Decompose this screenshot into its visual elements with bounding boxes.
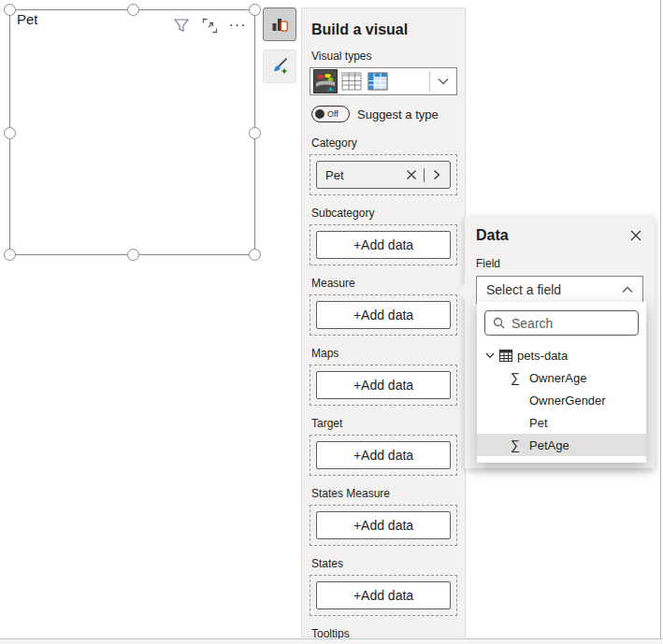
canvas-bottom-strip	[0, 639, 663, 644]
build-pane-title: Build a visual	[311, 21, 457, 38]
well-maps: +Add data	[310, 365, 457, 406]
well-subcategory: +Add data	[310, 224, 457, 265]
visual-type-shape-map[interactable]	[313, 69, 338, 93]
filter-icon[interactable]	[172, 16, 191, 35]
field-pill-label: Pet	[325, 168, 404, 182]
well-measure: +Add data	[310, 294, 457, 336]
build-a-visual-pane: Build a visual Visual types	[301, 7, 466, 637]
well-label-states-measure: States Measure	[311, 487, 457, 500]
select-a-field-combobox[interactable]: Select a field	[476, 276, 643, 304]
well-states: +Add data	[310, 575, 457, 616]
pill-divider	[424, 168, 425, 182]
table-icon	[341, 71, 362, 92]
resize-handle-bottom-right[interactable]	[249, 249, 261, 261]
visual-type-table[interactable]	[339, 69, 364, 93]
pane-right-border	[660, 0, 661, 644]
report-visual[interactable]: Pet ···	[9, 9, 255, 255]
bar-chart-bucket-icon	[270, 15, 289, 34]
resize-handle-bottom-left[interactable]	[4, 249, 16, 261]
tree-field-name: OwnerGender	[529, 394, 606, 408]
well-label-states: States	[311, 557, 457, 570]
remove-field-icon[interactable]	[404, 167, 419, 182]
resize-handle-middle-right[interactable]	[249, 127, 261, 139]
tree-field-name: OwnerAge	[529, 371, 586, 385]
add-data-button-target[interactable]: +Add data	[316, 441, 451, 469]
field-label: Field	[476, 257, 643, 270]
build-visual-pane-button[interactable]	[263, 7, 296, 41]
tree-item-pet[interactable]: Pet	[477, 411, 646, 434]
field-tree: pets-data ∑ OwnerAge OwnerGender Pet ∑ P…	[477, 344, 646, 456]
search-icon	[493, 317, 505, 329]
visual-type-matrix[interactable]	[366, 69, 390, 93]
resize-handle-top-middle[interactable]	[127, 4, 139, 16]
more-options-icon[interactable]: ···	[228, 16, 247, 35]
add-data-button-measure[interactable]: +Add data	[316, 301, 451, 329]
format-visual-pane-button[interactable]	[263, 50, 296, 83]
field-expand-chevron-icon[interactable]	[429, 167, 444, 182]
suggest-a-type-row: Off Suggest a type	[311, 106, 457, 122]
well-label-measure: Measure	[311, 277, 457, 290]
focus-mode-icon[interactable]	[200, 16, 219, 35]
field-picker-flyout: pets-data ∑ OwnerAge OwnerGender Pet ∑ P…	[477, 302, 646, 463]
paint-brush-icon	[270, 57, 289, 76]
chevron-down-icon	[485, 352, 495, 359]
tree-item-table[interactable]: pets-data	[477, 344, 646, 366]
search-input[interactable]	[512, 316, 614, 331]
well-category: Pet	[310, 154, 457, 195]
visual-action-bar: ···	[172, 16, 247, 35]
tree-item-ownerage[interactable]: ∑ OwnerAge	[477, 366, 646, 389]
resize-handle-top-right[interactable]	[249, 4, 261, 16]
suggest-a-type-toggle[interactable]: Off	[311, 106, 350, 122]
data-popup-title: Data	[476, 227, 509, 244]
resize-handle-top-left[interactable]	[4, 4, 16, 16]
well-label-maps: Maps	[311, 347, 457, 360]
well-label-category: Category	[311, 136, 457, 150]
close-icon[interactable]	[628, 228, 643, 243]
toggle-knob	[315, 109, 324, 119]
add-data-button-maps[interactable]: +Add data	[316, 371, 451, 399]
add-data-button-subcategory[interactable]: +Add data	[316, 231, 451, 259]
well-label-target: Target	[311, 417, 457, 430]
chevron-up-icon	[622, 286, 633, 293]
visual-types-dropdown-chevron[interactable]	[430, 68, 456, 94]
add-data-button-states[interactable]: +Add data	[316, 581, 451, 609]
tree-item-petage[interactable]: ∑ PetAge	[477, 434, 646, 456]
tree-table-name: pets-data	[517, 349, 568, 363]
well-label-subcategory: Subcategory	[311, 207, 457, 220]
matrix-icon	[368, 71, 388, 92]
tree-item-ownergender[interactable]: OwnerGender	[477, 389, 646, 411]
data-popup-header: Data	[476, 227, 643, 244]
field-pill-pet[interactable]: Pet	[316, 161, 451, 189]
well-target: +Add data	[310, 435, 457, 476]
toggle-state-label: Off	[327, 109, 339, 119]
well-states-measure: +Add data	[310, 505, 457, 546]
suggest-a-type-label: Suggest a type	[357, 107, 439, 122]
add-data-button-states-measure[interactable]: +Add data	[316, 511, 451, 539]
resize-handle-bottom-middle[interactable]	[127, 249, 139, 261]
tree-field-name: PetAge	[529, 438, 569, 452]
sigma-icon: ∑	[511, 370, 529, 385]
visual-types-picker	[310, 67, 457, 95]
table-glyph-icon	[499, 350, 512, 362]
combobox-value: Select a field	[486, 282, 622, 297]
sigma-icon: ∑	[511, 437, 529, 452]
search-box[interactable]	[484, 310, 639, 336]
visual-types-label: Visual types	[311, 50, 457, 63]
shape-map-icon	[315, 71, 336, 92]
resize-handle-middle-left[interactable]	[4, 127, 16, 139]
tree-field-name: Pet	[529, 416, 548, 430]
visual-title: Pet	[17, 11, 38, 27]
